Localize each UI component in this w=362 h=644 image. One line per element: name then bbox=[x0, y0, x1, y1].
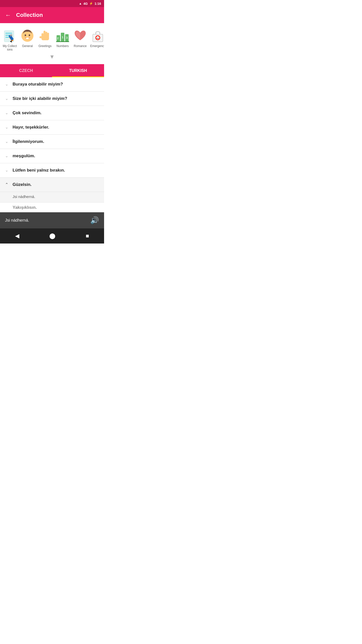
tab-bar: CZECH TURKISH bbox=[0, 64, 104, 77]
svg-point-14 bbox=[29, 36, 29, 37]
svg-text:2: 2 bbox=[57, 37, 59, 40]
page-title: Collection bbox=[16, 12, 43, 18]
category-scroll: My Collect ions bbox=[0, 27, 104, 53]
category-bar: My Collect ions bbox=[0, 23, 104, 64]
romance-icon bbox=[73, 28, 88, 43]
category-item-romance[interactable]: Romance bbox=[71, 27, 89, 53]
emergency-icon bbox=[90, 28, 104, 43]
category-item-general[interactable]: General bbox=[19, 27, 36, 53]
battery-icon: ⚡ bbox=[89, 2, 93, 5]
numbers-icon: 2 1 3 bbox=[55, 28, 70, 43]
phrase-text-5: İlgilenmiyorum. bbox=[13, 139, 100, 144]
phrase-row-3[interactable]: ⌄ Çok sevindim. bbox=[0, 106, 104, 120]
back-button[interactable]: ← bbox=[4, 11, 12, 20]
nav-back-icon[interactable]: ◀ bbox=[15, 233, 19, 239]
phrase-row-5[interactable]: ⌄ İlgilenmiyorum. bbox=[0, 135, 104, 149]
chevron-icon-7: ⌄ bbox=[4, 168, 9, 173]
phrase-text-1: Buraya oturabilir miyim? bbox=[13, 82, 100, 87]
my-collections-label: My Collect ions bbox=[3, 44, 17, 52]
greetings-icon bbox=[37, 28, 53, 43]
network-label: 4G bbox=[83, 2, 88, 6]
chevron-icon-3: ⌄ bbox=[4, 110, 9, 115]
numbers-label: Numbers bbox=[57, 44, 69, 48]
my-collections-icon bbox=[2, 28, 17, 43]
tab-czech[interactable]: CZECH bbox=[0, 64, 52, 77]
svg-rect-29 bbox=[56, 41, 69, 42]
chevron-icon-5: ⌄ bbox=[4, 139, 9, 144]
nav-home-icon[interactable]: ⬤ bbox=[49, 233, 56, 239]
svg-rect-21 bbox=[41, 36, 49, 40]
phrase-text-4: Hayır, teşekkürler. bbox=[13, 125, 100, 130]
chevron-icon-8: ⌃ bbox=[4, 182, 9, 187]
phrase-row-6[interactable]: ⌄ meşgulüm. bbox=[0, 149, 104, 163]
tab-turkish[interactable]: TURKISH bbox=[52, 64, 104, 77]
svg-text:3: 3 bbox=[66, 36, 68, 39]
phrase-partial: Yakışıklısın. bbox=[0, 203, 104, 212]
category-item-emergency[interactable]: Emergency bbox=[89, 27, 104, 53]
top-bar: ← Collection bbox=[0, 7, 104, 23]
svg-point-10 bbox=[25, 34, 26, 36]
playback-bar: Jsi nádherná. 🔊 bbox=[0, 212, 104, 228]
phrase-list: ⌄ Buraya oturabilir miyim? ⌄ Size bir iç… bbox=[0, 77, 104, 212]
chevron-icon-4: ⌄ bbox=[4, 125, 9, 130]
signal-icon: ▲ bbox=[79, 2, 82, 5]
greetings-label: Greetings bbox=[38, 44, 52, 48]
svg-point-13 bbox=[26, 37, 26, 38]
phrase-text-8: Güzelsin. bbox=[13, 182, 100, 187]
speaker-icon[interactable]: 🔊 bbox=[90, 216, 99, 224]
phrase-row-7[interactable]: ⌄ Lütfen beni yalnız bırakın. bbox=[0, 163, 104, 178]
chevron-icon-1: ⌄ bbox=[4, 82, 9, 87]
svg-rect-22 bbox=[39, 36, 42, 38]
nav-bar: ◀ ⬤ ■ bbox=[0, 228, 104, 244]
svg-point-12 bbox=[25, 36, 25, 37]
phrase-row-4[interactable]: ⌄ Hayır, teşekkürler. bbox=[0, 120, 104, 135]
phrase-row-1[interactable]: ⌄ Buraya oturabilir miyim? bbox=[0, 77, 104, 92]
svg-rect-34 bbox=[97, 38, 99, 39]
phrase-row-2[interactable]: ⌄ Size bir içki alabilir miyim? bbox=[0, 92, 104, 106]
expand-chevron[interactable]: ▼ bbox=[49, 54, 55, 60]
general-icon bbox=[20, 28, 35, 43]
status-bar: ▲ 4G ⚡ 1:16 bbox=[0, 0, 104, 7]
category-item-numbers[interactable]: 2 1 3 Numbers bbox=[54, 27, 71, 53]
phrase-translation-8: Jsi nádherná. bbox=[0, 192, 104, 203]
category-item-greetings[interactable]: Greetings bbox=[36, 27, 54, 53]
nav-recent-icon[interactable]: ■ bbox=[86, 233, 89, 239]
svg-text:1: 1 bbox=[62, 36, 63, 39]
phrase-row-8[interactable]: ⌃ Güzelsin. bbox=[0, 178, 104, 192]
playback-text: Jsi nádherná. bbox=[5, 218, 29, 223]
romance-label: Romance bbox=[74, 44, 86, 48]
svg-point-11 bbox=[29, 34, 30, 36]
time-label: 1:16 bbox=[95, 2, 101, 6]
chevron-icon-6: ⌄ bbox=[4, 153, 9, 158]
phrase-text-2: Size bir içki alabilir miyim? bbox=[13, 96, 100, 101]
chevron-icon-2: ⌄ bbox=[4, 96, 9, 101]
svg-point-15 bbox=[30, 37, 30, 38]
emergency-label: Emergency bbox=[90, 44, 104, 48]
phrase-text-3: Çok sevindim. bbox=[13, 110, 100, 115]
svg-rect-16 bbox=[26, 38, 29, 39]
general-label: General bbox=[22, 44, 33, 48]
category-item-my-collections[interactable]: My Collect ions bbox=[1, 27, 19, 53]
phrase-text-7: Lütfen beni yalnız bırakın. bbox=[13, 168, 100, 173]
phrase-text-6: meşgulüm. bbox=[13, 153, 100, 158]
